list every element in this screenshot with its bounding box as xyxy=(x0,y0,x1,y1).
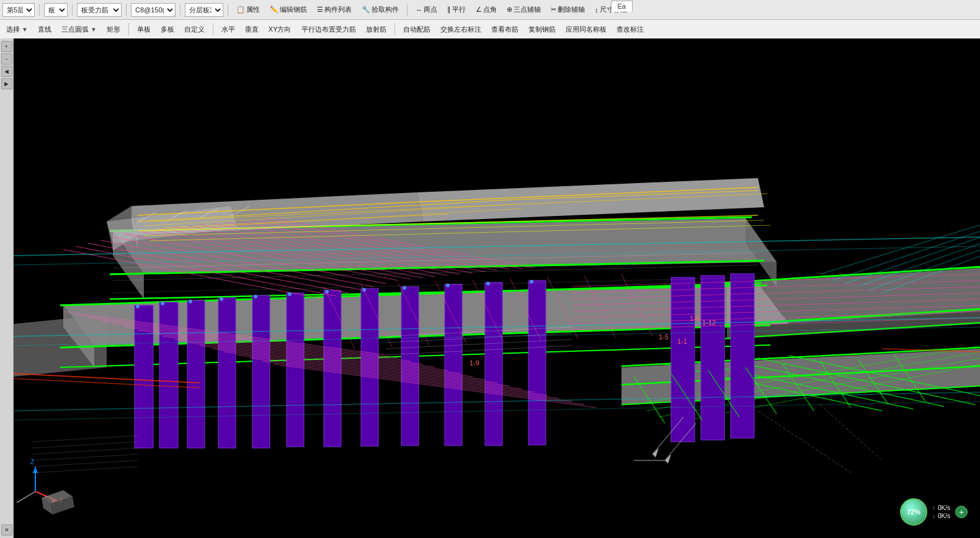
xy-dir-btn[interactable]: XY方向 xyxy=(265,23,295,36)
component-list-btn[interactable]: ☰ 构件列表 xyxy=(313,3,355,16)
sep3 xyxy=(126,4,127,16)
select-btn[interactable]: 选择 ▼ xyxy=(2,23,32,36)
svg-point-144 xyxy=(288,292,292,296)
svg-text:Z: Z xyxy=(30,459,34,465)
horizontal-btn[interactable]: 水平 xyxy=(218,23,239,36)
sep1 xyxy=(39,4,40,16)
parallel-icon: ∥ xyxy=(447,6,451,14)
type-select[interactable]: 板 xyxy=(44,3,68,17)
layer-select[interactable]: 第5层 xyxy=(2,3,35,17)
sep4 xyxy=(180,4,180,16)
svg-point-150 xyxy=(530,280,533,284)
delete-axis-icon: ✂ xyxy=(551,6,556,14)
svg-point-147 xyxy=(403,286,406,290)
zoom-indicator[interactable]: 72% xyxy=(900,498,927,526)
edit-rebar-btn[interactable]: ✏️ 编辑钢筋 xyxy=(266,3,311,16)
copy-rebar-btn[interactable]: 复制钢筋 xyxy=(525,23,559,36)
component-list-icon: ☰ xyxy=(317,6,323,14)
edit-rebar-icon: ✏️ xyxy=(270,6,278,14)
sep7 xyxy=(128,23,129,35)
svg-rect-45 xyxy=(731,274,754,438)
svg-text:1-12: 1-12 xyxy=(702,319,716,326)
svg-text:1-9: 1-9 xyxy=(470,359,479,367)
svg-rect-42 xyxy=(528,280,546,445)
left-panel: + − ◀ ▶ ✕ xyxy=(0,38,14,538)
svg-rect-34 xyxy=(218,298,236,448)
svg-text:1-5: 1-5 xyxy=(659,333,669,341)
rebar-spec-select[interactable]: C8@150( xyxy=(131,3,176,17)
rect-btn[interactable]: 矩形 xyxy=(103,23,124,36)
left-panel-bottom-close[interactable]: ✕ xyxy=(1,524,12,536)
three-point-axis-icon: ⊕ xyxy=(507,6,512,14)
svg-point-140 xyxy=(161,302,164,305)
two-point-icon: ↔ xyxy=(416,6,422,14)
svg-text:1-1: 1-1 xyxy=(677,338,687,345)
dimension-icon: ↕ xyxy=(595,6,599,14)
top-toolbar: Ea 第5层 板 板受力筋 C8@150( 分层板3 📋 属性 ✏️ 编辑钢筋 xyxy=(0,0,980,38)
radiate-btn[interactable]: 放射筋 xyxy=(362,23,390,36)
svg-point-148 xyxy=(446,284,450,287)
arc-dropdown: ▼ xyxy=(91,26,97,33)
angle-icon: ∠ xyxy=(476,6,482,14)
sep6 xyxy=(407,4,408,16)
download-rate-row: ↓ 0K/s xyxy=(932,513,950,519)
property-btn[interactable]: 📋 属性 xyxy=(233,3,264,16)
upload-rate: 0K/s xyxy=(938,504,950,511)
main-3d-canvas[interactable]: 1-4 1-5 1-1 1-12 1-9 Z X xyxy=(14,38,980,538)
svg-rect-41 xyxy=(485,282,502,446)
custom-btn[interactable]: 自定义 xyxy=(180,23,208,36)
tab-ea[interactable]: Ea xyxy=(611,1,633,12)
left-panel-zoom-in[interactable]: + xyxy=(1,41,12,52)
svg-rect-44 xyxy=(701,276,724,440)
select-dropdown: ▼ xyxy=(22,26,28,33)
left-panel-collapse[interactable]: ◀ xyxy=(1,66,12,77)
svg-rect-33 xyxy=(187,300,205,448)
view-rebar-btn[interactable]: 查看布筋 xyxy=(488,23,522,36)
multi-slab-btn[interactable]: 多板 xyxy=(157,23,178,36)
add-view-btn[interactable]: + xyxy=(955,506,968,518)
three-point-axis-btn[interactable]: ⊕ 三点辅轴 xyxy=(503,3,545,16)
arc-btn[interactable]: 三点圆弧 ▼ xyxy=(58,23,100,36)
auto-config-btn[interactable]: 自动配筋 xyxy=(399,23,434,36)
svg-point-139 xyxy=(136,305,140,308)
svg-point-149 xyxy=(486,282,490,285)
download-icon: ↓ xyxy=(932,513,935,519)
canvas-area: 1-4 1-5 1-1 1-12 1-9 Z X xyxy=(14,38,980,538)
toolbar-row1: Ea 第5层 板 板受力筋 C8@150( 分层板3 📋 属性 ✏️ 编辑钢筋 xyxy=(0,0,980,20)
left-panel-zoom-out[interactable]: − xyxy=(1,53,12,65)
line-btn[interactable]: 直线 xyxy=(34,23,55,36)
angle-btn[interactable]: ∠ 点角 xyxy=(472,3,501,16)
svg-rect-32 xyxy=(159,302,178,448)
vertical-btn[interactable]: 垂直 xyxy=(241,23,262,36)
upload-icon: ↑ xyxy=(932,504,935,511)
left-panel-expand[interactable]: ▶ xyxy=(1,78,12,89)
svg-rect-35 xyxy=(252,295,270,448)
performance-panel: ↑ 0K/s ↓ 0K/s xyxy=(932,504,950,519)
upload-rate-row: ↑ 0K/s xyxy=(932,504,950,511)
svg-rect-36 xyxy=(287,293,304,447)
download-rate: 0K/s xyxy=(938,513,950,519)
sep8 xyxy=(213,23,213,35)
parallel-arrange-btn[interactable]: 平行边布置受力筋 xyxy=(298,23,360,36)
modify-mark-btn[interactable]: 查改标注 xyxy=(613,23,648,36)
layer-part-select[interactable]: 分层板3 xyxy=(185,3,223,17)
svg-text:1-4: 1-4 xyxy=(690,315,700,322)
swap-lr-btn[interactable]: 交换左右标注 xyxy=(437,23,485,36)
single-slab-btn[interactable]: 单板 xyxy=(133,23,154,36)
extract-icon: 🔧 xyxy=(362,6,370,14)
sep9 xyxy=(394,23,395,35)
toolbar-row2: 选择 ▼ 直线 三点圆弧 ▼ 矩形 单板 多板 自定义 水平 垂直 xyxy=(0,20,980,38)
two-point-btn[interactable]: ↔ 两点 xyxy=(412,3,441,16)
sep5 xyxy=(228,4,228,16)
svg-rect-40 xyxy=(445,284,462,446)
property-icon: 📋 xyxy=(236,6,245,14)
svg-point-143 xyxy=(254,295,257,298)
rebar-type-select[interactable]: 板受力筋 xyxy=(77,3,122,17)
extract-btn[interactable]: 🔧 拾取构件 xyxy=(358,3,403,16)
bottom-right-panel: 72% ↑ 0K/s ↓ 0K/s + xyxy=(900,498,968,526)
delete-axis-btn[interactable]: ✂ 删除辅轴 xyxy=(547,3,589,16)
svg-point-141 xyxy=(189,300,192,303)
apply-same-btn[interactable]: 应用同名称板 xyxy=(562,23,610,36)
parallel-btn[interactable]: ∥ 平行 xyxy=(443,3,470,16)
svg-point-142 xyxy=(220,297,223,301)
